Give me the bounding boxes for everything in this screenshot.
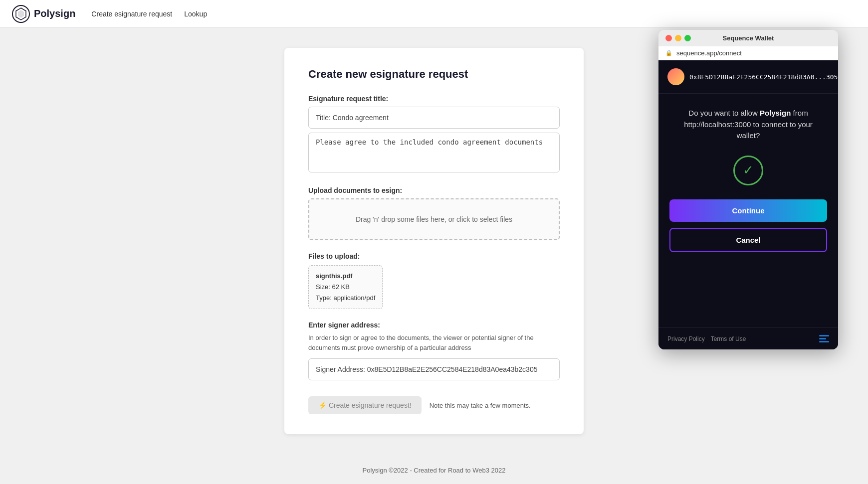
account-header: 0x8E5D12B8aE2E256CC2584E218d83A0...305 ☰ — [658, 60, 838, 94]
wallet-body: 0x8E5D12B8aE2E256CC2584E218d83A0...305 ☰… — [658, 60, 838, 349]
window-close-button[interactable] — [665, 35, 672, 41]
brand-name: Polysign — [34, 8, 75, 19]
wallet-content: Do you want to allow Polysign from http:… — [658, 94, 838, 327]
create-request-label: ⚡ Create esignature request! — [318, 401, 412, 409]
nav-lookup[interactable]: Lookup — [184, 10, 207, 18]
window-maximize-button[interactable] — [684, 35, 691, 41]
upload-field-group: Upload documents to esign: Drag 'n' drop… — [308, 186, 560, 240]
submit-row: ⚡ Create esignature request! Note this m… — [308, 396, 560, 414]
file-item: signthis.pdf Size: 62 KB Type: applicati… — [308, 265, 383, 309]
file-type: Type: application/pdf — [316, 293, 375, 304]
wallet-grid-icon[interactable] — [819, 335, 829, 342]
menu-line-2 — [819, 338, 826, 339]
address-text: sequence.app/connect — [676, 49, 831, 57]
title-field-group: Esignature request title: Please agree t… — [308, 95, 560, 174]
window-titlebar: Sequence Wallet — [658, 30, 838, 46]
terms-of-use-link[interactable]: Terms of Use — [711, 335, 746, 342]
wallet-question: Do you want to allow Polysign from http:… — [684, 108, 813, 142]
cancel-button[interactable]: Cancel — [669, 228, 827, 252]
check-circle-icon: ✓ — [733, 156, 763, 185]
create-request-button[interactable]: ⚡ Create esignature request! — [308, 396, 422, 414]
title-input[interactable] — [308, 107, 560, 129]
window-title: Sequence Wallet — [723, 34, 774, 42]
files-label: Files to upload: — [308, 252, 560, 260]
continue-button[interactable]: Continue — [669, 199, 827, 222]
brand-logo-area: Polysign — [12, 5, 75, 23]
signer-field-group: Enter signer address: In order to sign o… — [308, 321, 560, 384]
nav-links: Create esignature request Lookup — [91, 10, 207, 18]
svg-marker-2 — [18, 10, 24, 18]
privacy-policy-link[interactable]: Privacy Policy — [667, 335, 705, 342]
signer-description: In order to sign or agree to the documen… — [308, 333, 560, 352]
signer-label: Enter signer address: — [308, 321, 560, 329]
page-footer: Polysign ©2022 - Created for Road to Web… — [0, 457, 868, 484]
footer-text: Polysign ©2022 - Created for Road to Web… — [363, 467, 506, 474]
lock-icon: 🔒 — [665, 50, 672, 56]
checkmark-icon: ✓ — [743, 162, 754, 178]
wallet-footer: Privacy Policy Terms of Use — [658, 327, 838, 349]
menu-line-3 — [819, 341, 829, 342]
title-label: Esignature request title: — [308, 95, 560, 103]
polysign-logo-icon — [12, 5, 30, 23]
create-esignature-card: Create new esignature request Esignature… — [284, 48, 584, 434]
account-avatar-icon — [667, 68, 684, 85]
signer-address-input[interactable] — [308, 358, 560, 380]
wallet-window: Sequence Wallet 🔒 sequence.app/connect 0… — [658, 30, 838, 349]
file-size: Size: 62 KB — [316, 282, 375, 293]
description-input[interactable]: Please agree to the included condo agree… — [308, 133, 560, 172]
upload-label: Upload documents to esign: — [308, 186, 560, 194]
page-title: Create new esignature request — [308, 68, 560, 81]
nav-create-esignature[interactable]: Create esignature request — [91, 10, 172, 18]
window-minimize-button[interactable] — [675, 35, 681, 41]
files-section: Files to upload: signthis.pdf Size: 62 K… — [308, 252, 560, 309]
upload-placeholder: Drag 'n' drop some files here, or click … — [356, 215, 512, 223]
upload-dropzone[interactable]: Drag 'n' drop some files here, or click … — [308, 198, 560, 240]
menu-line-1 — [819, 335, 829, 336]
file-name: signthis.pdf — [316, 271, 375, 282]
wallet-footer-links: Privacy Policy Terms of Use — [667, 335, 746, 342]
address-bar: 🔒 sequence.app/connect — [658, 46, 838, 60]
submit-note: Note this may take a few moments. — [430, 402, 531, 409]
navbar: Polysign Create esignature request Looku… — [0, 0, 868, 28]
account-address: 0x8E5D12B8aE2E256CC2584E218d83A0...305 — [689, 73, 838, 81]
